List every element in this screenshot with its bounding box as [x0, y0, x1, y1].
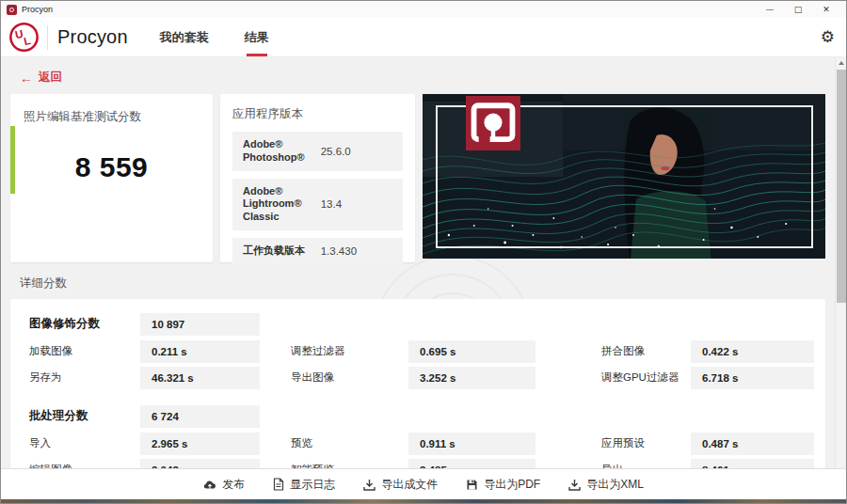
minimize-button[interactable]: —: [756, 2, 784, 17]
metric-value: 0.211 s: [140, 340, 260, 363]
publish-button[interactable]: 发布: [203, 477, 245, 493]
versions-card-title: 应用程序版本: [232, 106, 403, 122]
photo-benchmark-badge-icon: [466, 96, 520, 150]
metric-value: 0.422 s: [691, 340, 814, 363]
metric-value: 0.487 s: [691, 433, 814, 455]
tab-results[interactable]: 结果: [245, 18, 269, 56]
window-title: Procyon: [22, 5, 756, 14]
export-xml-label: 导出为XML: [586, 477, 644, 493]
metric-value: 2.043 s: [140, 459, 260, 469]
version-value: 25.6.0: [321, 146, 351, 157]
metric-label: 导出图像: [291, 366, 408, 389]
back-label: 返回: [39, 70, 62, 86]
brand-title: Procyon: [57, 26, 128, 48]
metric-value: 3.485 s: [408, 459, 535, 469]
version-value: 1.3.430: [321, 245, 357, 257]
score-indicator-bar: [10, 126, 15, 194]
metric-value: 6.718 s: [691, 367, 814, 389]
export-pdf-button[interactable]: 导出为PDF: [466, 477, 540, 493]
export-pdf-label: 导出为PDF: [484, 477, 540, 493]
metric-value: 0.695 s: [408, 340, 535, 363]
app-icon: [7, 5, 17, 15]
score-row-label: 批处理分数: [29, 403, 140, 429]
metric-label: 智能预览: [291, 458, 408, 468]
app-window: Procyon — □ ✕ U L Procyon 我的套装 结果 ⚙ 淘宝网 …: [0, 0, 847, 504]
vertical-scrollbar[interactable]: [835, 57, 846, 468]
metric-value: 3.252 s: [408, 367, 535, 389]
footer-toolbar: 发布 显示日志 导出成文件 导出为PDF: [1, 468, 846, 499]
metric-label: 加载图像: [29, 339, 140, 363]
version-value: 13.4: [321, 198, 342, 210]
publish-label: 发布: [222, 477, 245, 493]
titlebar: Procyon — □ ✕: [1, 1, 846, 18]
hero-image: [423, 94, 825, 259]
metric-label: 预览: [291, 432, 408, 455]
metric-label: 导出: [601, 458, 691, 468]
metric-label: 调整GPU过滤器: [601, 366, 691, 389]
close-button[interactable]: ✕: [812, 2, 840, 17]
metric-value: 0.911 s: [408, 433, 535, 455]
benchmark-score: 8 559: [24, 151, 200, 183]
benchmark-score-card: 照片编辑基准测试分数 8 559: [10, 94, 213, 262]
export-file-label: 导出成文件: [381, 477, 438, 493]
version-label: Adobe® Photoshop®: [243, 138, 321, 165]
details-section-title: 详细分数: [20, 276, 846, 291]
metric-label: 调整过滤器: [291, 339, 408, 363]
metric-value: 46.321 s: [140, 367, 260, 389]
metric-label: 应用预设: [601, 432, 691, 455]
score-row-label: 图像修饰分数: [29, 311, 140, 337]
save-icon: [466, 479, 478, 491]
tab-my-suites[interactable]: 我的套装: [160, 18, 209, 56]
back-arrow-icon: ←: [20, 71, 33, 86]
cloud-upload-icon: [203, 479, 216, 491]
export-file-button[interactable]: 导出成文件: [363, 477, 438, 493]
metric-label: 编辑图像: [29, 458, 140, 468]
scrollbar-thumb[interactable]: [837, 70, 846, 303]
score-card-title: 照片编辑基准测试分数: [24, 109, 200, 125]
version-row: Adobe® Photoshop® 25.6.0: [232, 132, 403, 171]
version-label: 工作负载版本: [243, 244, 321, 258]
version-label: Adobe® Lightroom® Classic: [243, 185, 321, 224]
metric-label: 导入: [29, 432, 140, 455]
app-versions-card: 应用程序版本 Adobe® Photoshop® 25.6.0 Adobe® L…: [220, 94, 415, 262]
divider: [47, 25, 48, 50]
export-xml-button[interactable]: 导出为XML: [568, 477, 644, 493]
metric-value: 2.965 s: [140, 433, 260, 455]
back-button[interactable]: ← 返回: [20, 70, 846, 86]
metric-label: 另存为: [29, 366, 140, 389]
metric-value: 8.461 s: [691, 459, 814, 469]
desktop-background-strip: [1, 499, 846, 503]
document-icon: [273, 478, 284, 491]
metric-label: 拼合图像: [601, 339, 691, 363]
gear-icon[interactable]: ⚙: [821, 29, 835, 45]
version-row: 工作负载版本 1.3.430: [232, 238, 403, 264]
show-log-label: 显示日志: [290, 477, 335, 493]
results-page: 淘宝网 ← 返回 照片编辑基准测试分数 8 559 应用程序版本 Adobe® …: [1, 57, 846, 468]
navbar: U L Procyon 我的套装 结果 ⚙: [1, 18, 846, 57]
download-icon: [363, 479, 376, 491]
download-icon: [568, 479, 581, 491]
version-row: Adobe® Lightroom® Classic 13.4: [232, 179, 403, 230]
score-row-value: 6 724: [140, 405, 260, 428]
detailed-scores-card: 图像修饰分数 10 897 加载图像 0.211 s 调整过滤器 0.695 s…: [10, 299, 825, 468]
maximize-button[interactable]: □: [784, 2, 812, 17]
ul-logo: U L: [8, 22, 40, 53]
score-row-value: 10 897: [140, 313, 260, 336]
show-log-button[interactable]: 显示日志: [273, 477, 335, 493]
scroll-up-icon[interactable]: [839, 61, 844, 65]
